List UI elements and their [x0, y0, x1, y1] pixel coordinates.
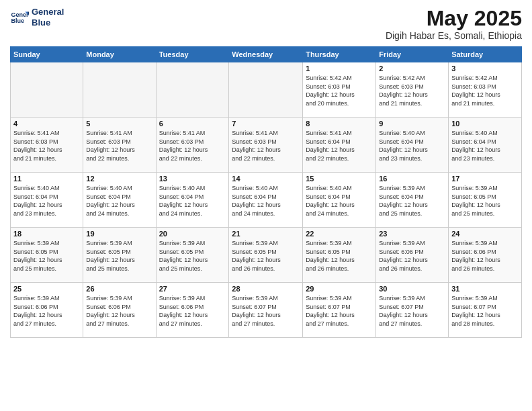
logo-line1: General [32, 7, 64, 17]
day-number: 13 [159, 175, 226, 183]
calendar-cell: 29Sunrise: 5:39 AM Sunset: 6:07 PM Dayli… [303, 283, 376, 338]
calendar-cell: 15Sunrise: 5:40 AM Sunset: 6:04 PM Dayli… [303, 173, 376, 228]
subtitle: Digih Habar Es, Somali, Ethiopia [386, 30, 522, 41]
calendar-cell: 10Sunrise: 5:40 AM Sunset: 6:04 PM Dayli… [449, 118, 522, 173]
day-number: 5 [86, 120, 152, 128]
day-number: 4 [13, 120, 80, 128]
day-number: 28 [232, 285, 300, 293]
day-info: Sunrise: 5:39 AM Sunset: 6:06 PM Dayligh… [451, 239, 519, 273]
day-info: Sunrise: 5:41 AM Sunset: 6:03 PM Dayligh… [159, 129, 226, 163]
calendar-cell: 31Sunrise: 5:39 AM Sunset: 6:07 PM Dayli… [449, 283, 522, 338]
day-info: Sunrise: 5:42 AM Sunset: 6:03 PM Dayligh… [306, 74, 373, 107]
day-number: 27 [159, 285, 226, 293]
day-number: 14 [232, 175, 300, 183]
day-info: Sunrise: 5:39 AM Sunset: 6:07 PM Dayligh… [232, 294, 300, 328]
page: General Blue General Blue May 2025 Digih… [0, 0, 532, 411]
day-number: 1 [306, 64, 373, 73]
calendar-cell: 9Sunrise: 5:40 AM Sunset: 6:04 PM Daylig… [376, 118, 449, 173]
day-info: Sunrise: 5:40 AM Sunset: 6:04 PM Dayligh… [451, 129, 519, 163]
col-wednesday: Wednesday [229, 47, 303, 62]
day-info: Sunrise: 5:40 AM Sunset: 6:04 PM Dayligh… [13, 184, 80, 218]
day-number: 26 [86, 285, 152, 293]
day-number: 12 [86, 175, 152, 183]
calendar-cell: 24Sunrise: 5:39 AM Sunset: 6:06 PM Dayli… [449, 228, 522, 283]
day-info: Sunrise: 5:41 AM Sunset: 6:03 PM Dayligh… [232, 129, 300, 163]
day-number: 11 [13, 175, 80, 183]
calendar-cell: 1Sunrise: 5:42 AM Sunset: 6:03 PM Daylig… [303, 62, 376, 118]
day-number: 30 [379, 285, 445, 293]
calendar-cell: 11Sunrise: 5:40 AM Sunset: 6:04 PM Dayli… [11, 173, 83, 228]
calendar-cell: 26Sunrise: 5:39 AM Sunset: 6:06 PM Dayli… [83, 283, 156, 338]
day-info: Sunrise: 5:39 AM Sunset: 6:06 PM Dayligh… [86, 294, 152, 328]
day-info: Sunrise: 5:39 AM Sunset: 6:06 PM Dayligh… [159, 294, 226, 328]
day-info: Sunrise: 5:40 AM Sunset: 6:04 PM Dayligh… [232, 184, 300, 218]
day-info: Sunrise: 5:41 AM Sunset: 6:03 PM Dayligh… [86, 129, 152, 163]
day-info: Sunrise: 5:39 AM Sunset: 6:05 PM Dayligh… [306, 239, 373, 273]
calendar-cell: 13Sunrise: 5:40 AM Sunset: 6:04 PM Dayli… [156, 173, 229, 228]
day-info: Sunrise: 5:40 AM Sunset: 6:04 PM Dayligh… [306, 184, 373, 218]
title-block: May 2025 Digih Habar Es, Somali, Ethiopi… [386, 7, 522, 41]
day-info: Sunrise: 5:39 AM Sunset: 6:04 PM Dayligh… [379, 184, 445, 218]
day-number: 6 [159, 120, 226, 128]
calendar-cell: 23Sunrise: 5:39 AM Sunset: 6:06 PM Dayli… [376, 228, 449, 283]
calendar-cell: 3Sunrise: 5:42 AM Sunset: 6:03 PM Daylig… [449, 62, 522, 118]
calendar-cell: 16Sunrise: 5:39 AM Sunset: 6:04 PM Dayli… [376, 173, 449, 228]
day-info: Sunrise: 5:39 AM Sunset: 6:06 PM Dayligh… [13, 294, 80, 328]
calendar-cell: 21Sunrise: 5:39 AM Sunset: 6:05 PM Dayli… [229, 228, 303, 283]
day-number: 18 [13, 230, 80, 238]
day-number: 8 [306, 120, 373, 128]
logo-line2: Blue [32, 17, 64, 28]
day-number: 22 [306, 230, 373, 238]
day-number: 23 [379, 230, 445, 238]
day-number: 3 [451, 64, 519, 73]
day-number: 7 [232, 120, 300, 128]
calendar-cell: 17Sunrise: 5:39 AM Sunset: 6:05 PM Dayli… [449, 173, 522, 228]
calendar-cell: 28Sunrise: 5:39 AM Sunset: 6:07 PM Dayli… [229, 283, 303, 338]
calendar-cell: 2Sunrise: 5:42 AM Sunset: 6:03 PM Daylig… [376, 62, 449, 118]
calendar-cell: 22Sunrise: 5:39 AM Sunset: 6:05 PM Dayli… [303, 228, 376, 283]
day-number: 20 [159, 230, 226, 238]
day-info: Sunrise: 5:40 AM Sunset: 6:04 PM Dayligh… [159, 184, 226, 218]
day-number: 31 [451, 285, 519, 293]
calendar-cell [229, 62, 303, 118]
day-info: Sunrise: 5:42 AM Sunset: 6:03 PM Dayligh… [379, 74, 445, 107]
day-number: 21 [232, 230, 300, 238]
calendar-week-4: 18Sunrise: 5:39 AM Sunset: 6:05 PM Dayli… [11, 228, 522, 283]
day-number: 15 [306, 175, 373, 183]
day-number: 10 [451, 120, 519, 128]
col-thursday: Thursday [303, 47, 376, 62]
col-monday: Monday [83, 47, 156, 62]
calendar-cell: 7Sunrise: 5:41 AM Sunset: 6:03 PM Daylig… [229, 118, 303, 173]
day-info: Sunrise: 5:42 AM Sunset: 6:03 PM Dayligh… [451, 74, 519, 107]
day-info: Sunrise: 5:39 AM Sunset: 6:07 PM Dayligh… [379, 294, 445, 328]
calendar-cell: 5Sunrise: 5:41 AM Sunset: 6:03 PM Daylig… [83, 118, 156, 173]
day-info: Sunrise: 5:41 AM Sunset: 6:04 PM Dayligh… [306, 129, 373, 163]
calendar-week-3: 11Sunrise: 5:40 AM Sunset: 6:04 PM Dayli… [11, 173, 522, 228]
calendar-cell [83, 62, 156, 118]
col-saturday: Saturday [449, 47, 522, 62]
calendar-cell [156, 62, 229, 118]
day-number: 16 [379, 175, 445, 183]
calendar-cell: 6Sunrise: 5:41 AM Sunset: 6:03 PM Daylig… [156, 118, 229, 173]
day-info: Sunrise: 5:40 AM Sunset: 6:04 PM Dayligh… [86, 184, 152, 218]
day-info: Sunrise: 5:41 AM Sunset: 6:03 PM Dayligh… [13, 129, 80, 163]
calendar-cell: 20Sunrise: 5:39 AM Sunset: 6:05 PM Dayli… [156, 228, 229, 283]
calendar-cell [11, 62, 83, 118]
calendar-cell: 4Sunrise: 5:41 AM Sunset: 6:03 PM Daylig… [11, 118, 83, 173]
day-number: 24 [451, 230, 519, 238]
day-info: Sunrise: 5:39 AM Sunset: 6:07 PM Dayligh… [306, 294, 373, 328]
day-number: 17 [451, 175, 519, 183]
day-info: Sunrise: 5:40 AM Sunset: 6:04 PM Dayligh… [379, 129, 445, 163]
day-info: Sunrise: 5:39 AM Sunset: 6:05 PM Dayligh… [86, 239, 152, 273]
calendar-cell: 19Sunrise: 5:39 AM Sunset: 6:05 PM Dayli… [83, 228, 156, 283]
calendar-cell: 8Sunrise: 5:41 AM Sunset: 6:04 PM Daylig… [303, 118, 376, 173]
calendar-week-5: 25Sunrise: 5:39 AM Sunset: 6:06 PM Dayli… [11, 283, 522, 338]
day-number: 29 [306, 285, 373, 293]
day-info: Sunrise: 5:39 AM Sunset: 6:05 PM Dayligh… [232, 239, 300, 273]
day-number: 2 [379, 64, 445, 73]
day-number: 9 [379, 120, 445, 128]
col-friday: Friday [376, 47, 449, 62]
day-info: Sunrise: 5:39 AM Sunset: 6:07 PM Dayligh… [451, 294, 519, 328]
header: General Blue General Blue May 2025 Digih… [10, 7, 522, 41]
col-tuesday: Tuesday [156, 47, 229, 62]
